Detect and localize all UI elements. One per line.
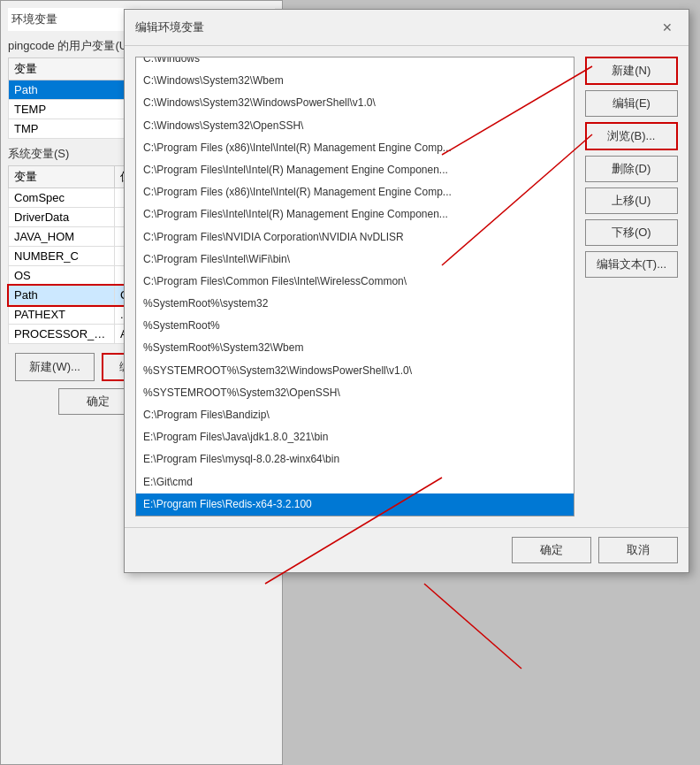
right-panel-button[interactable]: 下移(O) — [585, 219, 678, 246]
right-panel-button[interactable]: 浏览(B)... — [585, 122, 678, 150]
dialog-title: 编辑环境变量 — [135, 19, 204, 35]
path-list-item[interactable]: C:\Windows\System32\OpenSSH\ — [136, 115, 574, 137]
system-table-header-var: 变量 — [9, 166, 115, 188]
path-list[interactable]: C:\WindowsC:\Windows\System32\WbemC:\Win… — [135, 57, 574, 516]
path-list-item[interactable]: E:\Git\cmd — [136, 471, 574, 493]
path-list-item[interactable]: C:\Program Files (x86)\Intel\Intel(R) Ma… — [136, 137, 574, 159]
dialog-body: C:\WindowsC:\Windows\System32\WbemC:\Win… — [125, 46, 689, 527]
path-list-item[interactable]: C:\Windows\System32\WindowsPowerShell\v1… — [136, 92, 574, 114]
system-row-var: ComSpec — [9, 188, 115, 208]
path-list-item[interactable]: E:\Program Files\mysql-8.0.28-winx64\bin — [136, 448, 574, 470]
system-row-var: DriverData — [9, 208, 115, 227]
path-list-item[interactable]: E:\Program Files\Java\jdk1.8.0_321\bin — [136, 426, 574, 448]
dialog-titlebar: 编辑环境变量 ✕ — [125, 10, 689, 46]
system-row-var: JAVA_HOM — [9, 227, 115, 247]
path-list-item[interactable]: %SYSTEMROOT%\System32\WindowsPowerShell\… — [136, 360, 574, 382]
system-row-var: PATHEXT — [9, 305, 115, 325]
path-list-item[interactable]: E:\Program Files\Redis-x64-3.2.100 — [136, 493, 574, 516]
path-list-item[interactable]: %SystemRoot% — [136, 315, 574, 337]
bg-new-button[interactable]: 新建(W)... — [15, 353, 95, 381]
path-list-item[interactable]: %SystemRoot%\system32 — [136, 293, 574, 315]
path-list-item[interactable]: C:\Program Files\Intel\Intel(R) Manageme… — [136, 203, 574, 226]
path-list-item[interactable]: C:\Windows\System32\Wbem — [136, 70, 574, 92]
dialog-ok-button[interactable]: 确定 — [512, 537, 591, 563]
dialog-bottom-buttons: 确定 取消 — [125, 527, 689, 572]
right-panel-button[interactable]: 新建(N) — [585, 57, 678, 85]
dialog-cancel-button[interactable]: 取消 — [598, 537, 678, 563]
system-row-var: OS — [9, 266, 115, 286]
system-row-var: PROCESSOR_ARCHITECTURE — [9, 325, 115, 344]
right-button-panel: 新建(N)编辑(E)浏览(B)...删除(D)上移(U)下移(O)编辑文本(T)… — [585, 57, 678, 516]
path-list-item[interactable]: C:\Program Files\NVIDIA Corporation\NVID… — [136, 226, 574, 249]
right-panel-button[interactable]: 删除(D) — [585, 156, 678, 182]
right-panel-button[interactable]: 编辑(E) — [585, 90, 678, 117]
path-list-item[interactable]: C:\Program Files\Common Files\Intel\Wire… — [136, 271, 574, 293]
main-edit-dialog: 编辑环境变量 ✕ C:\WindowsC:\Windows\System32\W… — [124, 9, 689, 573]
svg-line-3 — [424, 584, 521, 669]
path-list-item[interactable]: C:\Program Files\Intel\Intel(R) Manageme… — [136, 159, 574, 181]
system-row-var: Path — [9, 286, 115, 305]
path-list-item[interactable]: %SYSTEMROOT%\System32\OpenSSH\ — [136, 382, 574, 404]
path-list-item[interactable]: C:\Program Files\Intel\WiFi\bin\ — [136, 249, 574, 271]
right-panel-button[interactable]: 编辑文本(T)... — [585, 251, 678, 278]
path-list-item[interactable]: C:\Windows — [136, 57, 574, 70]
dialog-close-button[interactable]: ✕ — [657, 17, 678, 38]
path-list-item[interactable]: C:\Program Files\Bandizip\ — [136, 404, 574, 426]
path-list-item[interactable]: C:\Program Files (x86)\Intel\Intel(R) Ma… — [136, 181, 574, 203]
path-list-item[interactable]: %SystemRoot%\System32\Wbem — [136, 337, 574, 359]
system-row-var: NUMBER_C — [9, 247, 115, 266]
right-panel-button[interactable]: 上移(U) — [585, 187, 678, 214]
